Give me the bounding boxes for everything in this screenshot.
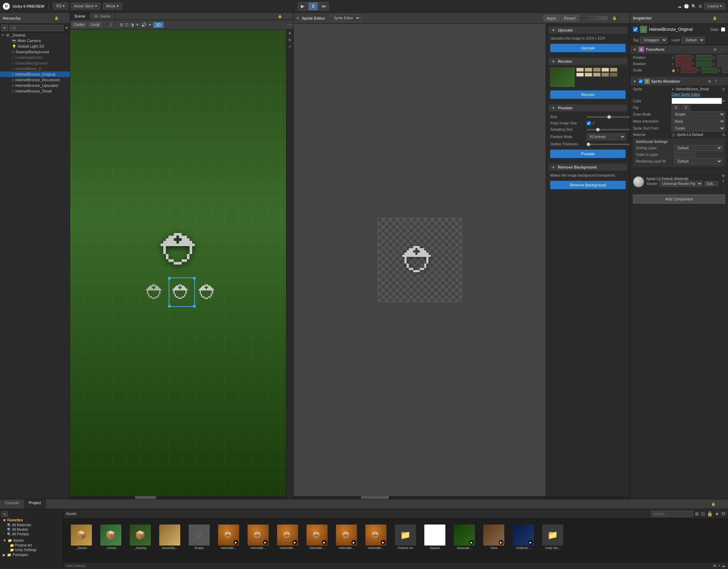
hierarchy-item-swamp-bg[interactable]: □ SwampBackground [0,49,70,55]
object-active-checkbox[interactable] [633,27,638,32]
shader-edit-btn[interactable]: Edit... [704,181,718,186]
rot-x-input[interactable]: 0 [676,61,692,67]
hierarchy-filter-btn[interactable]: ▼ [65,26,68,30]
grid-toggle-btn[interactable]: ⊞ [120,22,123,27]
transform-header[interactable]: ▼ ⊕ Transform ⚙ ⋮ [630,45,728,54]
pristine-art-folder[interactable]: 📁 Pristine Art [1,543,61,548]
asset-helmet-3[interactable]: ⛑ ▶ HelmetBr... [274,523,302,551]
hierarchy-item-main-camera[interactable]: 📷 Main Camera [0,38,70,43]
inspector-menu-btn[interactable]: ⋮ [719,15,725,21]
all-prefabs-item[interactable]: 🔍 All Prefabs [1,532,61,536]
keep-image-size-checkbox[interactable] [587,121,591,125]
sprite-editor-menu-btn[interactable]: ⋮ [621,15,627,21]
bottom-lock-btn[interactable]: 🔒 [710,501,717,507]
swatch-1-2[interactable] [585,68,592,72]
rot-z-input[interactable]: 0 [717,61,728,67]
asset-helmet-4[interactable]: ⛑ ▶ HelmetBr... [303,523,331,551]
tab-project[interactable]: Project [24,499,46,509]
sampling-slider[interactable] [587,129,630,130]
transform-settings-btn[interactable]: ⚙ [712,47,718,52]
favorites-section[interactable]: ★ Favorites [1,517,61,523]
asset-forest[interactable]: 📦 _Forest [97,523,125,551]
assets-view-btn[interactable]: ⊞ [695,511,699,516]
tab-game[interactable]: 🎮 Game [90,13,115,20]
branch-button[interactable]: RS ▾ [53,3,68,9]
sprite-picker-btn[interactable]: ⊙ [722,87,725,91]
revert-button[interactable]: Revert [561,15,579,21]
2d-mode-btn[interactable]: 2D [153,22,163,28]
pos-x-input[interactable]: 0.22 [676,55,692,60]
step-button[interactable]: ⏭ [319,2,329,11]
scene-lock-btn[interactable]: 🔒 [276,14,283,19]
asset-desert[interactable]: 📦 _Desert [67,523,95,551]
assets-filter-btn[interactable]: ⊡ [701,511,705,516]
sr-help-btn[interactable]: ? [713,79,718,84]
unity-settings-folder[interactable]: 📁 Unity Settings [1,548,61,552]
asset-empty[interactable]: □ Empty [185,523,213,551]
hierarchy-item-helmet-bone[interactable]: □ HelmetBone_0 [0,66,70,71]
pixelate-header[interactable]: ▼ Pixelate [549,104,627,111]
asset-helmet-2[interactable]: ⛑ ▶ HelmetBr... [244,523,272,551]
swatch-2-5[interactable] [610,73,618,77]
transform-tool[interactable]: ✛ [288,31,291,36]
sr-settings-btn[interactable]: ⚙ [707,79,713,84]
hierarchy-item-helmet-recolored[interactable]: □ HelmetBronze_Recolored [0,77,70,83]
sprite-editor-lock-btn[interactable]: 🔒 [611,15,618,21]
hierarchy-item-helmet-upscaled[interactable]: □ HelmetBronze_Upscaled [0,83,70,88]
pos-z-input[interactable]: 0 [717,55,728,60]
tab-scene[interactable]: Scene [70,13,90,20]
scale-z-input[interactable]: 1 [722,68,728,73]
scene-menu-btn[interactable]: ⋮ [285,14,291,19]
swatch-1-1[interactable] [576,68,584,72]
pixelate-mode-select[interactable]: KCentroid [587,133,626,140]
scale-x-input[interactable]: 1 [681,68,697,73]
hierarchy-lock-btn[interactable]: 🔒 [53,15,60,21]
assets-folder[interactable]: ▼ 📁 Assets [1,538,61,543]
assets-star-btn[interactable]: ★ [715,511,719,516]
swatch-1-5[interactable] [610,68,618,72]
local-global-btn[interactable]: Local [88,22,102,27]
mask-interaction-select[interactable]: None [672,118,725,124]
order-layer-input[interactable]: 5 [674,152,695,157]
swatch-1-4[interactable] [601,68,609,72]
scale-tool[interactable]: ⤢ [288,44,291,49]
layer-select[interactable]: Default [682,37,705,43]
upscale-button[interactable]: Upscale [550,44,626,52]
rendering-layer-select[interactable]: Default [674,158,722,164]
swatch-2-1[interactable] [576,73,584,77]
pos-y-input[interactable]: -4.42 [696,55,712,60]
hierarchy-menu-btn[interactable]: ⋮ [61,15,67,21]
sprite-editor-mode-select[interactable]: Sprite Editor [331,15,361,21]
apply-button[interactable]: Apply [544,15,560,21]
sprite-editor-canvas[interactable]: ⛑ [294,24,546,496]
audio-btn[interactable]: 🔊 [141,22,147,27]
pause-button[interactable]: ⏸ [308,2,318,11]
remove-bg-header[interactable]: ▼ Remove Background [549,164,627,171]
status-icon-1[interactable]: ⊞ [713,564,716,568]
material-help-btn[interactable]: ? [720,179,727,184]
hierarchy-add-btn[interactable]: + [1,25,8,31]
asset-unity-settings[interactable]: 📁 Unity Set... [539,523,567,551]
material-menu-btn[interactable]: ⋮ [720,185,727,190]
color-picker[interactable] [672,98,722,104]
scene-canvas[interactable]: ⛑ ⛑ ⛑ [70,30,293,499]
swatch-1-3[interactable] [593,68,601,72]
muse-button[interactable]: Muse ▾ [103,3,122,9]
effect-btn[interactable]: ✦ [148,22,152,27]
shader-select[interactable]: Universal Render Pip [659,181,703,187]
lighting-btn[interactable]: ☀ [135,22,140,27]
static-checkbox[interactable] [721,27,725,32]
asset-pristine-art[interactable]: 📁 Pristine Art [391,523,419,551]
color-eyedropper-btn[interactable]: ✏ [722,99,725,103]
material-picker-btn[interactable]: ⊙ [722,132,725,137]
all-models-item[interactable]: 🔍 All Models [1,527,61,532]
play-button[interactable]: ▶ [298,2,308,11]
transform-menu-btn[interactable]: ⋮ [719,47,725,52]
assets-search-input[interactable] [651,511,693,517]
hierarchy-item-global-light[interactable]: 💡 Global Light 2D [0,43,70,49]
status-icon-3[interactable]: ☁ [722,564,725,568]
asset-square[interactable]: Square [421,523,449,551]
assets-lock-btn[interactable]: 🔒 [707,511,713,516]
hierarchy-item-swamp[interactable]: ▼ ⊞ _Swamp [0,32,70,38]
asset-helmet-6[interactable]: ⛑ ▶ HelmetBr... [362,523,390,551]
